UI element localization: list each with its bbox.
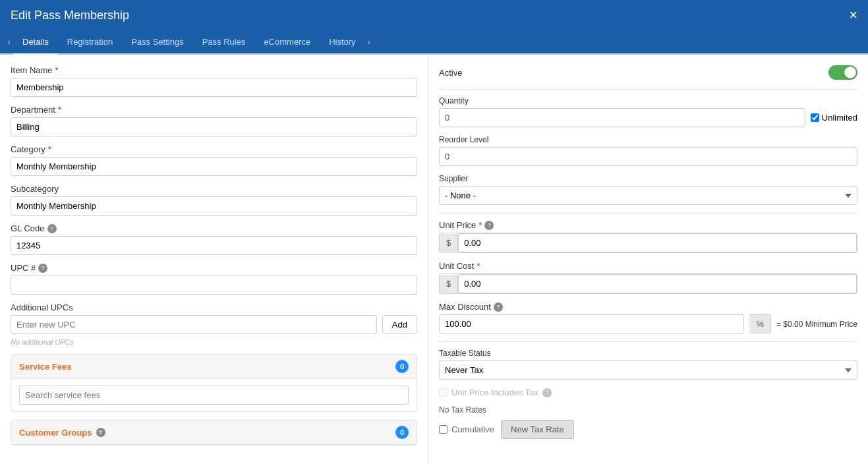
subcategory-input[interactable] — [11, 196, 417, 216]
required-star: * — [48, 144, 51, 154]
quantity-row: Unlimited — [439, 108, 857, 127]
pct-symbol: % — [749, 314, 771, 334]
left-panel: Item Name * Department * Category * Subc… — [0, 55, 428, 464]
service-fees-header: Service Fees 0 — [11, 355, 417, 379]
max-discount-input[interactable] — [439, 314, 744, 334]
scroll-left-arrow[interactable]: ‹ — [5, 38, 13, 47]
toggle-thumb — [844, 67, 856, 78]
gl-code-field: GL Code ? — [11, 223, 417, 255]
tab-history[interactable]: History — [320, 30, 364, 55]
required-star: * — [55, 65, 59, 75]
tab-registration[interactable]: Registration — [58, 30, 122, 55]
required-star: * — [58, 105, 61, 115]
supplier-select[interactable]: - None - — [439, 186, 857, 205]
unit-cost-field: Unit Cost * $ — [439, 261, 857, 294]
modal-title: Edit Pass Membership — [11, 9, 129, 22]
no-upcs-text: No additional UPCs — [11, 338, 417, 346]
unlimited-checkbox-label[interactable]: Unlimited — [811, 113, 857, 123]
gl-code-label: GL Code ? — [11, 223, 417, 233]
upc-label: UPC # ? — [11, 263, 417, 273]
item-name-input[interactable] — [11, 78, 417, 97]
reorder-level-field: Reorder Level — [439, 135, 857, 166]
upc-add-row: Add — [11, 315, 417, 334]
subcategory-label: Subcategory — [11, 184, 417, 194]
upc-field: UPC # ? — [11, 263, 417, 295]
category-input[interactable] — [11, 157, 417, 176]
required-star: * — [477, 261, 480, 271]
cumulative-label[interactable]: Cumulative — [439, 424, 494, 434]
customer-groups-header: Customer Groups ? 0 — [11, 420, 417, 445]
reorder-level-input[interactable] — [439, 147, 857, 166]
unit-price-row: $ — [439, 233, 857, 253]
active-row: Active — [439, 65, 857, 80]
upc-add-button[interactable]: Add — [382, 315, 417, 334]
unit-cost-label: Unit Cost * — [439, 261, 857, 271]
right-panel: Active Quantity Unlimited Reorder Level — [428, 55, 868, 464]
category-field: Category * — [11, 144, 417, 176]
quantity-field: Quantity Unlimited — [439, 96, 857, 127]
gl-code-input[interactable] — [11, 236, 417, 255]
content-area: Item Name * Department * Category * Subc… — [0, 55, 868, 464]
new-tax-rate-button[interactable]: New Tax Rate — [501, 420, 574, 439]
unit-cost-input[interactable] — [458, 274, 857, 293]
taxable-status-label: Taxable Status — [439, 349, 857, 358]
unit-price-includes-tax-help-icon[interactable]: ? — [542, 388, 552, 397]
additional-upcs-field: Additional UPCs Add No additional UPCs — [11, 303, 417, 346]
modal-header: Edit Pass Membership × — [0, 0, 868, 30]
max-discount-help-icon[interactable]: ? — [494, 303, 503, 312]
unit-price-label: Unit Price * ? — [439, 220, 857, 230]
toggle-track — [828, 65, 857, 80]
unit-price-includes-tax-checkbox[interactable] — [439, 388, 448, 397]
cumulative-checkbox[interactable] — [439, 425, 448, 434]
quantity-input[interactable] — [439, 108, 805, 127]
service-fees-body — [11, 379, 417, 411]
unit-price-includes-tax-label[interactable]: Unit Price Includes Tax ? — [439, 388, 857, 397]
discount-row: % = $0.00 Minimum Price — [439, 314, 857, 334]
unit-cost-symbol: $ — [440, 275, 458, 293]
cumulative-row: Cumulative New Tax Rate — [439, 420, 857, 439]
nav-tabs: ‹ Details Registration Pass Settings Pas… — [0, 30, 868, 55]
department-label: Department * — [11, 105, 417, 115]
max-discount-label: Max Discount ? — [439, 302, 857, 312]
department-input[interactable] — [11, 117, 417, 136]
customer-groups-help-icon[interactable]: ? — [96, 428, 105, 437]
taxable-status-select[interactable]: Never Tax Always Tax Tax by Category — [439, 361, 857, 380]
unit-price-help-icon[interactable]: ? — [484, 221, 494, 230]
service-fees-title: Service Fees — [19, 362, 72, 372]
category-label: Category * — [11, 144, 417, 154]
customer-groups-badge: 0 — [395, 426, 409, 439]
item-name-label: Item Name * — [11, 65, 417, 75]
item-name-field: Item Name * — [11, 65, 417, 97]
tab-pass-rules[interactable]: Pass Rules — [193, 30, 255, 55]
reorder-level-label: Reorder Level — [439, 135, 857, 144]
quantity-label: Quantity — [439, 96, 857, 105]
unit-price-tax-field: Unit Price Includes Tax ? — [439, 388, 857, 397]
department-field: Department * — [11, 105, 417, 136]
service-fees-section: Service Fees 0 — [11, 354, 417, 412]
upc-help-icon[interactable]: ? — [38, 264, 47, 273]
taxable-status-field: Taxable Status Never Tax Always Tax Tax … — [439, 349, 857, 380]
tab-details[interactable]: Details — [13, 30, 58, 55]
unit-price-field: Unit Price * ? $ — [439, 220, 857, 253]
upc-input[interactable] — [11, 276, 417, 295]
unit-price-symbol: $ — [440, 234, 458, 252]
customer-groups-title: Customer Groups — [19, 428, 92, 438]
upc-new-input[interactable] — [11, 315, 377, 334]
close-button[interactable]: × — [849, 8, 857, 22]
no-tax-rates-text: No Tax Rates — [439, 405, 857, 415]
active-toggle[interactable] — [828, 65, 857, 80]
subcategory-field: Subcategory — [11, 184, 417, 216]
min-price-text: = $0.00 Minimum Price — [776, 320, 857, 329]
unit-cost-row: $ — [439, 274, 857, 294]
gl-code-help-icon[interactable]: ? — [47, 224, 57, 233]
tab-ecommerce[interactable]: eCommerce — [254, 30, 320, 55]
additional-upcs-label: Additional UPCs — [11, 303, 417, 312]
supplier-field: Supplier - None - — [439, 174, 857, 205]
unit-price-input[interactable] — [458, 233, 857, 252]
tab-pass-settings[interactable]: Pass Settings — [122, 30, 193, 55]
unlimited-checkbox[interactable] — [811, 113, 819, 122]
scroll-right-arrow[interactable]: › — [365, 38, 373, 47]
max-discount-field: Max Discount ? % = $0.00 Minimum Price — [439, 302, 857, 334]
service-fees-search[interactable] — [19, 386, 409, 405]
customer-groups-section: Customer Groups ? 0 — [11, 420, 417, 446]
